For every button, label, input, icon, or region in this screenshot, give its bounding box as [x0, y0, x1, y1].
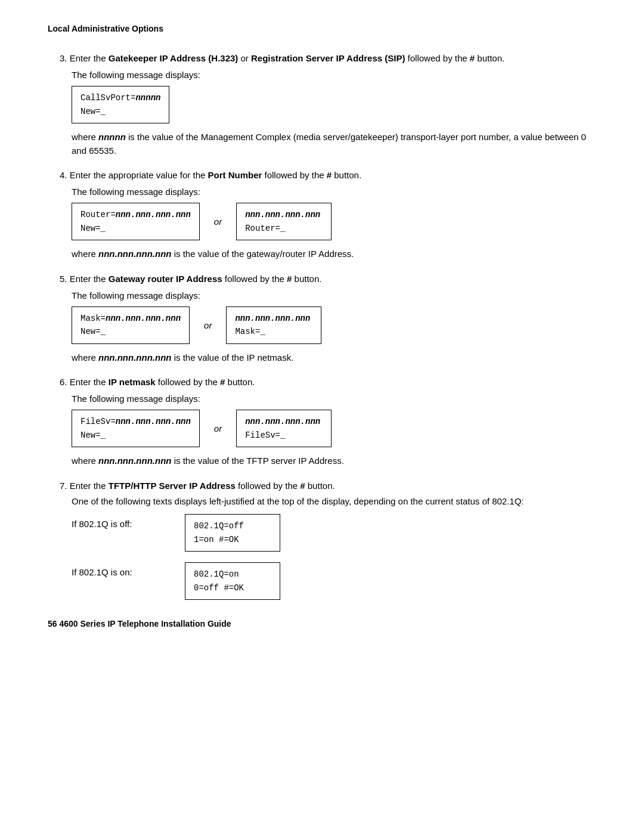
step-4-following: The following message displays: [72, 187, 596, 197]
step-4-where: where nnn.nnn.nnn.nnn is the value of th… [72, 247, 596, 261]
step-5-following: The following message displays: [72, 290, 596, 301]
step-4: 4. Enter the appropriate value for the P… [48, 168, 596, 261]
step-3-codebox: CallSvPort=nnnnnNew=_ [72, 86, 169, 123]
step-6-code-row: FileSv=nnn.nnn.nnn.nnnNew=_ or nnn.nnn.n… [72, 410, 596, 447]
step-5: 5. Enter the Gateway router IP Address f… [48, 272, 596, 365]
step-6-following: The following message displays: [72, 394, 596, 404]
step-7-sub: One of the following texts displays left… [72, 495, 596, 509]
codebox-on: 802.1Q=on0=off #=OK [185, 562, 280, 600]
step-4-code-row: Router=nnn.nnn.nnn.nnnNew=_ or nnn.nnn.n… [72, 203, 596, 240]
codebox-off: 802.1Q=off1=on #=OK [185, 514, 280, 552]
page: Local Administrative Options 3. Enter th… [0, 0, 644, 646]
step-7: 7. Enter the TFTP/HTTP Server IP Address… [48, 479, 596, 600]
if-row-off: If 802.1Q is off: 802.1Q=off1=on #=OK [72, 514, 596, 552]
step-6-codebox-right: nnn.nnn.nnn.nnnFileSv=_ [236, 410, 332, 447]
or-label-6: or [214, 423, 222, 433]
step-6-intro: 6. Enter the IP netmask followed by the … [60, 375, 596, 389]
step-3: 3. Enter the Gatekeeper IP Address (H.32… [48, 51, 596, 157]
header-label: Local Administrative Options [48, 24, 596, 33]
step-4-intro: 4. Enter the appropriate value for the P… [60, 168, 596, 182]
step-4-codebox-right: nnn.nnn.nnn.nnnRouter=_ [236, 203, 332, 240]
if-row-on: If 802.1Q is on: 802.1Q=on0=off #=OK [72, 562, 596, 600]
step-3-where: where nnnnn is the value of the Manageme… [72, 131, 596, 157]
step-5-intro: 5. Enter the Gateway router IP Address f… [60, 272, 596, 286]
step-5-codebox-right: nnn.nnn.nnn.nnnMask=_ [226, 306, 321, 344]
if-label-on: If 802.1Q is on: [72, 562, 167, 577]
step-6-where: where nnn.nnn.nnn.nnn is the value of th… [72, 454, 596, 468]
step-3-codebox-wrapper: CallSvPort=nnnnnNew=_ [72, 86, 596, 123]
or-label-4: or [214, 216, 222, 227]
or-label-5: or [204, 320, 212, 330]
step-3-intro: 3. Enter the Gatekeeper IP Address (H.32… [60, 51, 596, 65]
step-6-codebox-left: FileSv=nnn.nnn.nnn.nnnNew=_ [72, 410, 200, 447]
step-5-code-row: Mask=nnn.nnn.nnn.nnnNew=_ or nnn.nnn.nnn… [72, 306, 596, 344]
step-5-codebox-left: Mask=nnn.nnn.nnn.nnnNew=_ [72, 306, 190, 344]
if-label-off: If 802.1Q is off: [72, 514, 167, 529]
footer: 56 4600 Series IP Telephone Installation… [48, 619, 231, 628]
step-6: 6. Enter the IP netmask followed by the … [48, 375, 596, 468]
step-3-following: The following message displays: [72, 70, 596, 80]
step-5-where: where nnn.nnn.nnn.nnn is the value of th… [72, 351, 596, 365]
step-4-codebox-left: Router=nnn.nnn.nnn.nnnNew=_ [72, 203, 200, 240]
step-7-intro: 7. Enter the TFTP/HTTP Server IP Address… [60, 479, 596, 493]
